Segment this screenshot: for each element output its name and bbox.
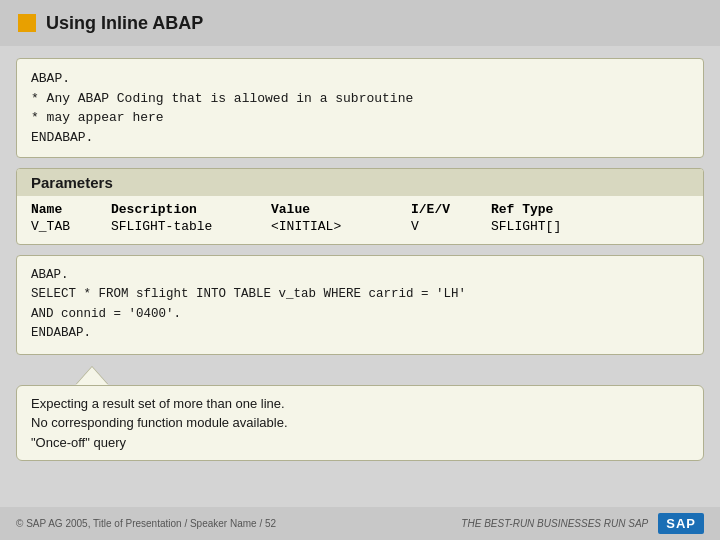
col-header-desc: Description <box>111 202 271 217</box>
col-header-name: Name <box>31 202 111 217</box>
cell-desc: SFLIGHT-table <box>111 219 271 234</box>
callout-line-2: No corresponding function module availab… <box>31 413 689 433</box>
cell-reftype: SFLIGHT[] <box>491 219 689 234</box>
page: Using Inline ABAP ABAP. * Any ABAP Codin… <box>0 0 720 540</box>
col-header-iev: I/E/V <box>411 202 491 217</box>
code-line-4: ENDABAP. <box>31 128 689 148</box>
code-line-1: ABAP. <box>31 69 689 89</box>
cell-name: V_TAB <box>31 219 111 234</box>
col-header-value: Value <box>271 202 411 217</box>
col-header-reftype: Ref Type <box>491 202 689 217</box>
parameters-table: Name Description Value I/E/V Ref Type V_… <box>17 196 703 244</box>
cell-value: <INITIAL> <box>271 219 411 234</box>
callout-line-3: "Once-off" query <box>31 433 689 453</box>
code2-line-1: ABAP. <box>31 266 689 285</box>
callout-line-1: Expecting a result set of more than one … <box>31 394 689 414</box>
footer-right: THE BEST-RUN BUSINESSES RUN SAP SAP <box>461 513 704 534</box>
code-block-2: ABAP. SELECT * FROM sflight INTO TABLE v… <box>16 255 704 355</box>
code-line-2: * Any ABAP Coding that is allowed in a s… <box>31 89 689 109</box>
cell-iev: V <box>411 219 491 234</box>
page-title: Using Inline ABAP <box>46 13 203 34</box>
header: Using Inline ABAP <box>0 0 720 46</box>
callout-arrow <box>76 367 108 385</box>
header-icon <box>18 14 36 32</box>
table-header-row: Name Description Value I/E/V Ref Type <box>31 202 689 219</box>
footer: © SAP AG 2005, Title of Presentation / S… <box>0 507 720 540</box>
code2-line-2: SELECT * FROM sflight INTO TABLE v_tab W… <box>31 285 689 304</box>
parameters-section: Parameters Name Description Value I/E/V … <box>16 168 704 245</box>
callout-box: Expecting a result set of more than one … <box>16 385 704 462</box>
main-content: ABAP. * Any ABAP Coding that is allowed … <box>0 46 720 507</box>
parameters-header: Parameters <box>17 169 703 196</box>
table-row: V_TAB SFLIGHT-table <INITIAL> V SFLIGHT[… <box>31 219 689 234</box>
code2-line-3: AND connid = '0400'. <box>31 305 689 324</box>
callout-container: Expecting a result set of more than one … <box>16 367 704 462</box>
footer-tagline: THE BEST-RUN BUSINESSES RUN SAP <box>461 518 648 529</box>
sap-logo: SAP <box>658 513 704 534</box>
code2-line-4: ENDABAP. <box>31 324 689 343</box>
code-block-1: ABAP. * Any ABAP Coding that is allowed … <box>16 58 704 158</box>
code-line-3: * may appear here <box>31 108 689 128</box>
footer-copyright: © SAP AG 2005, Title of Presentation / S… <box>16 518 276 529</box>
